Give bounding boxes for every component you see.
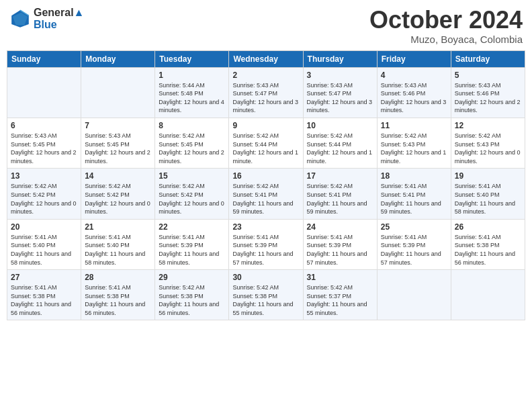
day-cell: 11Sunrise: 5:42 AMSunset: 5:43 PMDayligh… — [377, 118, 451, 168]
day-cell: 27Sunrise: 5:41 AMSunset: 5:38 PMDayligh… — [7, 270, 81, 320]
cell-content: Sunrise: 5:41 AMSunset: 5:39 PMDaylight:… — [381, 233, 447, 267]
day-cell: 18Sunrise: 5:41 AMSunset: 5:41 PMDayligh… — [377, 169, 451, 219]
day-cell: 9Sunrise: 5:42 AMSunset: 5:44 PMDaylight… — [229, 118, 303, 168]
day-number: 17 — [307, 171, 373, 181]
day-number: 6 — [11, 121, 77, 130]
cell-content: Sunrise: 5:41 AMSunset: 5:41 PMDaylight:… — [381, 182, 447, 216]
header-day-wednesday: Wednesday — [229, 50, 303, 67]
cell-content: Sunrise: 5:41 AMSunset: 5:38 PMDaylight:… — [455, 233, 521, 267]
calendar-header: SundayMondayTuesdayWednesdayThursdayFrid… — [7, 50, 525, 67]
day-number: 16 — [232, 171, 299, 181]
day-number: 1 — [159, 71, 225, 80]
day-number: 14 — [85, 171, 151, 181]
cell-content: Sunrise: 5:43 AMSunset: 5:47 PMDaylight:… — [307, 81, 373, 115]
cell-content: Sunrise: 5:42 AMSunset: 5:42 PMDaylight:… — [85, 182, 151, 216]
week-row-1: 6Sunrise: 5:43 AMSunset: 5:45 PMDaylight… — [7, 118, 525, 168]
day-cell: 28Sunrise: 5:41 AMSunset: 5:38 PMDayligh… — [81, 270, 155, 320]
day-cell: 12Sunrise: 5:42 AMSunset: 5:43 PMDayligh… — [451, 118, 525, 168]
day-number: 25 — [381, 222, 447, 232]
cell-content: Sunrise: 5:44 AMSunset: 5:48 PMDaylight:… — [159, 81, 225, 115]
day-number: 7 — [85, 121, 151, 130]
page-header: General▲ Blue October 2024 Muzo, Boyaca,… — [7, 7, 525, 45]
cell-content: Sunrise: 5:42 AMSunset: 5:43 PMDaylight:… — [455, 132, 521, 165]
day-cell: 4Sunrise: 5:43 AMSunset: 5:46 PMDaylight… — [377, 67, 451, 118]
day-cell: 21Sunrise: 5:41 AMSunset: 5:40 PMDayligh… — [81, 219, 155, 269]
cell-content: Sunrise: 5:43 AMSunset: 5:45 PMDaylight:… — [11, 132, 77, 165]
day-number: 21 — [85, 222, 151, 232]
logo-text: General▲ Blue — [34, 7, 84, 31]
day-number: 12 — [455, 121, 521, 130]
cell-content: Sunrise: 5:41 AMSunset: 5:39 PMDaylight:… — [232, 233, 299, 267]
day-number: 30 — [232, 273, 299, 282]
day-number: 2 — [232, 71, 299, 80]
header-row: SundayMondayTuesdayWednesdayThursdayFrid… — [7, 50, 525, 67]
day-number: 18 — [381, 171, 447, 181]
header-day-tuesday: Tuesday — [155, 50, 229, 67]
day-number: 19 — [455, 171, 521, 181]
day-cell — [7, 67, 81, 118]
logo-icon — [9, 8, 31, 30]
cell-content: Sunrise: 5:42 AMSunset: 5:43 PMDaylight:… — [381, 132, 447, 165]
day-number: 29 — [159, 273, 225, 282]
day-cell: 2Sunrise: 5:43 AMSunset: 5:47 PMDaylight… — [229, 67, 303, 118]
day-number: 15 — [159, 171, 225, 181]
day-number: 8 — [159, 121, 225, 130]
week-row-3: 20Sunrise: 5:41 AMSunset: 5:40 PMDayligh… — [7, 219, 525, 269]
day-number: 3 — [307, 71, 373, 80]
day-number: 13 — [11, 171, 77, 181]
day-cell: 6Sunrise: 5:43 AMSunset: 5:45 PMDaylight… — [7, 118, 81, 168]
week-row-2: 13Sunrise: 5:42 AMSunset: 5:42 PMDayligh… — [7, 169, 525, 219]
cell-content: Sunrise: 5:43 AMSunset: 5:47 PMDaylight:… — [232, 81, 299, 115]
cell-content: Sunrise: 5:42 AMSunset: 5:41 PMDaylight:… — [307, 182, 373, 216]
day-cell: 15Sunrise: 5:42 AMSunset: 5:42 PMDayligh… — [155, 169, 229, 219]
month-title: October 2024 — [369, 7, 523, 34]
cell-content: Sunrise: 5:42 AMSunset: 5:41 PMDaylight:… — [232, 182, 299, 216]
header-day-sunday: Sunday — [7, 50, 81, 67]
day-number: 31 — [307, 273, 373, 282]
day-number: 11 — [381, 121, 447, 130]
day-cell: 7Sunrise: 5:43 AMSunset: 5:45 PMDaylight… — [81, 118, 155, 168]
day-number: 5 — [455, 71, 521, 80]
cell-content: Sunrise: 5:41 AMSunset: 5:38 PMDaylight:… — [85, 283, 151, 317]
day-cell: 10Sunrise: 5:42 AMSunset: 5:44 PMDayligh… — [303, 118, 377, 168]
cell-content: Sunrise: 5:42 AMSunset: 5:44 PMDaylight:… — [307, 132, 373, 165]
day-cell: 19Sunrise: 5:41 AMSunset: 5:40 PMDayligh… — [451, 169, 525, 219]
day-number: 27 — [11, 273, 77, 282]
cell-content: Sunrise: 5:41 AMSunset: 5:40 PMDaylight:… — [85, 233, 151, 267]
cell-content: Sunrise: 5:42 AMSunset: 5:42 PMDaylight:… — [11, 182, 77, 216]
day-cell: 3Sunrise: 5:43 AMSunset: 5:47 PMDaylight… — [303, 67, 377, 118]
cell-content: Sunrise: 5:41 AMSunset: 5:39 PMDaylight:… — [159, 233, 225, 267]
cell-content: Sunrise: 5:42 AMSunset: 5:45 PMDaylight:… — [159, 132, 225, 165]
day-number: 20 — [11, 222, 77, 232]
day-number: 23 — [232, 222, 299, 232]
cell-content: Sunrise: 5:43 AMSunset: 5:46 PMDaylight:… — [455, 81, 521, 115]
day-cell: 29Sunrise: 5:42 AMSunset: 5:38 PMDayligh… — [155, 270, 229, 320]
day-cell: 23Sunrise: 5:41 AMSunset: 5:39 PMDayligh… — [229, 219, 303, 269]
day-number: 10 — [307, 121, 373, 130]
day-cell: 1Sunrise: 5:44 AMSunset: 5:48 PMDaylight… — [155, 67, 229, 118]
logo: General▲ Blue — [9, 7, 84, 31]
calendar-table: SundayMondayTuesdayWednesdayThursdayFrid… — [7, 50, 525, 321]
day-cell — [451, 270, 525, 320]
header-day-friday: Friday — [377, 50, 451, 67]
day-number: 24 — [307, 222, 373, 232]
day-cell — [81, 67, 155, 118]
day-cell: 8Sunrise: 5:42 AMSunset: 5:45 PMDaylight… — [155, 118, 229, 168]
day-cell: 24Sunrise: 5:41 AMSunset: 5:39 PMDayligh… — [303, 219, 377, 269]
day-cell: 31Sunrise: 5:42 AMSunset: 5:37 PMDayligh… — [303, 270, 377, 320]
day-number: 9 — [232, 121, 299, 130]
day-cell: 26Sunrise: 5:41 AMSunset: 5:38 PMDayligh… — [451, 219, 525, 269]
header-day-saturday: Saturday — [451, 50, 525, 67]
day-number: 26 — [455, 222, 521, 232]
cell-content: Sunrise: 5:42 AMSunset: 5:38 PMDaylight:… — [159, 283, 225, 317]
day-cell: 13Sunrise: 5:42 AMSunset: 5:42 PMDayligh… — [7, 169, 81, 219]
day-number: 22 — [159, 222, 225, 232]
cell-content: Sunrise: 5:42 AMSunset: 5:44 PMDaylight:… — [232, 132, 299, 165]
cell-content: Sunrise: 5:42 AMSunset: 5:37 PMDaylight:… — [307, 283, 373, 317]
day-cell: 30Sunrise: 5:42 AMSunset: 5:38 PMDayligh… — [229, 270, 303, 320]
cell-content: Sunrise: 5:41 AMSunset: 5:38 PMDaylight:… — [11, 283, 77, 317]
day-cell: 5Sunrise: 5:43 AMSunset: 5:46 PMDaylight… — [451, 67, 525, 118]
cell-content: Sunrise: 5:42 AMSunset: 5:38 PMDaylight:… — [232, 283, 299, 317]
week-row-4: 27Sunrise: 5:41 AMSunset: 5:38 PMDayligh… — [7, 270, 525, 320]
day-cell — [377, 270, 451, 320]
